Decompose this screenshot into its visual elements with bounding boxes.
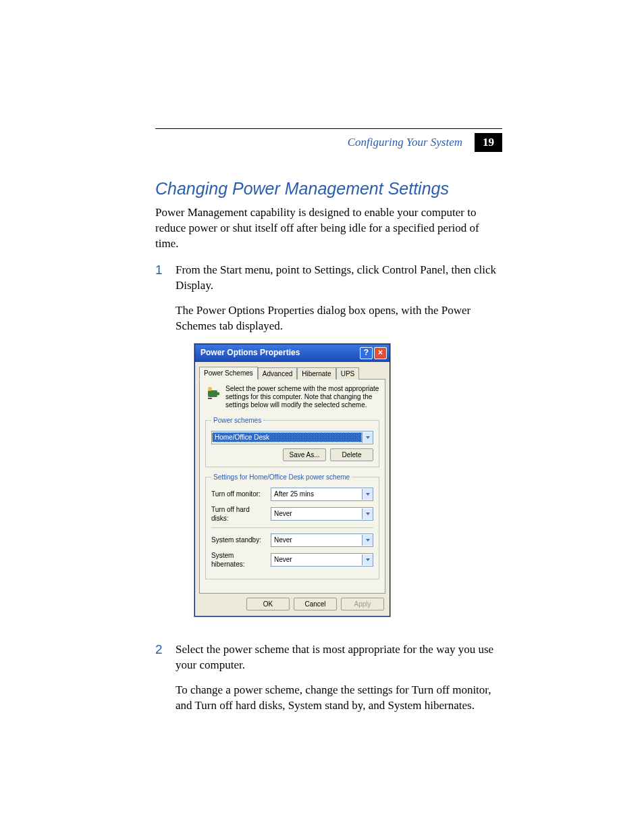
setting-turn-off-hard-disks: Turn off hard disks: Never xyxy=(211,505,373,523)
intro-paragraph: Power Management capability is designed … xyxy=(155,205,502,252)
dialog-title: Power Options Properties xyxy=(200,347,300,358)
setting-system-standby: System standby: Never xyxy=(211,533,373,547)
save-as-button[interactable]: Save As... xyxy=(283,448,326,462)
cancel-button[interactable]: Cancel xyxy=(294,598,337,611)
system-hibernates-label: System hibernates: xyxy=(211,551,267,569)
tab-strip: Power Schemes Advanced Hibernate UPS xyxy=(199,366,385,380)
page-header: Configuring Your System 19 xyxy=(155,133,502,152)
step-2-text-1: Select the power scheme that is most app… xyxy=(176,642,502,673)
step-1-text-1: From the Start menu, point to Settings, … xyxy=(176,263,502,294)
chevron-down-icon xyxy=(362,489,373,500)
system-hibernates-select[interactable]: Never xyxy=(271,553,373,567)
section-title: Configuring Your System xyxy=(348,136,462,149)
svg-rect-0 xyxy=(208,390,217,397)
delete-button[interactable]: Delete xyxy=(330,448,373,462)
power-schemes-fieldset: Power schemes Home/Office Desk Save As..… xyxy=(205,416,379,467)
divider xyxy=(211,527,373,528)
step-number: 2 xyxy=(155,642,166,723)
settings-legend: Settings for Home/Office Desk power sche… xyxy=(211,473,352,482)
svg-point-2 xyxy=(208,387,212,391)
tab-advanced[interactable]: Advanced xyxy=(258,367,297,380)
svg-rect-1 xyxy=(217,392,219,395)
dialog-titlebar[interactable]: Power Options Properties ? × xyxy=(195,344,390,362)
turn-off-hard-disks-select[interactable]: Never xyxy=(271,507,373,521)
step-2-text-2: To change a power scheme, change the set… xyxy=(176,683,502,714)
power-schemes-legend: Power schemes xyxy=(211,416,263,425)
chevron-down-icon xyxy=(362,509,373,519)
ok-button[interactable]: OK xyxy=(246,598,290,611)
turn-off-hard-disks-label: Turn off hard disks: xyxy=(211,505,267,523)
hint-text: Select the power scheme with the most ap… xyxy=(225,385,379,409)
document-page: Configuring Your System 19 Changing Powe… xyxy=(0,0,644,834)
tab-hibernate[interactable]: Hibernate xyxy=(297,367,336,380)
tab-panel: Select the power scheme with the most ap… xyxy=(199,379,385,594)
settings-fieldset: Settings for Home/Office Desk power sche… xyxy=(205,473,379,579)
step-2: 2 Select the power scheme that is most a… xyxy=(155,642,502,723)
help-icon: ? xyxy=(364,347,369,358)
step-1: 1 From the Start menu, point to Settings… xyxy=(155,263,502,633)
step-number: 1 xyxy=(155,263,166,633)
step-1-text-2: The Power Options Properties dialog box … xyxy=(176,303,502,334)
power-options-dialog: Power Options Properties ? × Power Schem… xyxy=(194,344,390,617)
setting-system-hibernates: System hibernates: Never xyxy=(211,551,373,569)
header-rule xyxy=(155,128,502,129)
help-button[interactable]: ? xyxy=(360,347,373,359)
system-standby-select[interactable]: Never xyxy=(271,533,373,547)
chevron-down-icon xyxy=(362,535,373,546)
tab-power-schemes[interactable]: Power Schemes xyxy=(199,367,258,380)
chevron-down-icon xyxy=(362,432,373,443)
close-icon: × xyxy=(378,347,383,358)
system-standby-label: System standby: xyxy=(211,536,267,545)
turn-off-monitor-label: Turn off monitor: xyxy=(211,490,267,499)
page-number: 19 xyxy=(475,133,502,152)
tab-ups[interactable]: UPS xyxy=(336,367,360,380)
turn-off-monitor-select[interactable]: After 25 mins xyxy=(271,488,373,501)
apply-button[interactable]: Apply xyxy=(341,598,384,611)
setting-turn-off-monitor: Turn off monitor: After 25 mins xyxy=(211,488,373,501)
battery-icon xyxy=(205,385,221,401)
page-title: Changing Power Management Settings xyxy=(155,179,502,199)
power-scheme-value: Home/Office Desk xyxy=(212,432,362,443)
chevron-down-icon xyxy=(362,554,373,565)
power-scheme-select[interactable]: Home/Office Desk xyxy=(211,431,373,444)
close-button[interactable]: × xyxy=(374,347,387,359)
